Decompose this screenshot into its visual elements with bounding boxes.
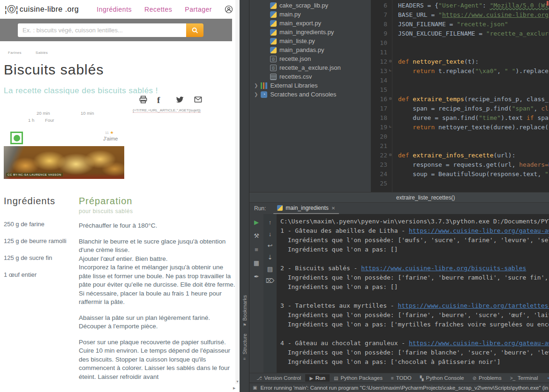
toolwindow-button-run[interactable]: ▶Run bbox=[305, 374, 330, 382]
tree-file-cake_scrap_lib.py[interactable]: cake_scrap_lib.py bbox=[249, 1, 371, 10]
gutter-line-number[interactable]: 18 bbox=[371, 113, 387, 123]
code-line[interactable] bbox=[398, 76, 549, 85]
scroll-down-icon[interactable]: ▼ bbox=[235, 380, 240, 383]
stop-icon[interactable]: ■ bbox=[252, 245, 261, 253]
code-line[interactable]: soup = BeautifulSoup(response.text, "htm… bbox=[398, 170, 549, 179]
code-line[interactable] bbox=[398, 141, 549, 151]
fold-collapse-icon[interactable]: ⊟ bbox=[389, 153, 391, 157]
close-icon[interactable]: ✕ bbox=[331, 206, 335, 211]
tree-file-main_liste.py[interactable]: main_liste.py bbox=[249, 37, 371, 45]
code-line[interactable]: HEADERS = {"User-Agent": "Mozilla/5.0 (W… bbox=[398, 1, 549, 10]
code-line[interactable] bbox=[398, 85, 549, 95]
gutter-line-number[interactable]: 14 bbox=[371, 76, 387, 85]
sidebar-item-structure[interactable]: Structure ≡ bbox=[240, 333, 249, 361]
email-icon[interactable] bbox=[194, 95, 203, 104]
code-line[interactable] bbox=[398, 179, 549, 188]
code-line[interactable] bbox=[398, 48, 549, 57]
tree-file-main_ingredients.py[interactable]: main_ingredients.py bbox=[249, 28, 371, 37]
pin-icon[interactable]: ✒ bbox=[252, 272, 261, 281]
toolwindow-button-s[interactable]: ◔S bbox=[542, 374, 549, 382]
nav-link-partager[interactable]: Partager bbox=[185, 6, 212, 13]
nav-link-ingrdients[interactable]: Ingrédients bbox=[97, 6, 132, 13]
code-line[interactable] bbox=[398, 132, 549, 141]
toolwindow-button-version-control[interactable]: ⎇Version Control bbox=[252, 374, 305, 382]
console-link[interactable]: https://www.cuisine-libre.org/tartelette… bbox=[398, 302, 549, 309]
tree-file-recette_a_exclure.json[interactable]: {}recette_a_exclure.json bbox=[249, 63, 371, 72]
toolwindow-button-python-packages[interactable]: ▤Python Packages bbox=[330, 374, 387, 382]
fold-end-icon[interactable]: ∟ bbox=[389, 69, 391, 73]
editor-code[interactable]: HEADERS = {"User-Agent": "Mozilla/5.0 (W… bbox=[392, 0, 549, 192]
settings-icon[interactable]: ⚒ bbox=[252, 231, 261, 240]
toolwindow-button-todo[interactable]: ≡TODO bbox=[387, 374, 416, 382]
gutter-line-number[interactable]: 23 bbox=[371, 160, 387, 170]
facebook-icon[interactable]: f bbox=[157, 95, 166, 104]
toolwindow-button-problems[interactable]: ⊘Problems bbox=[468, 374, 506, 382]
account-icon[interactable] bbox=[225, 5, 233, 14]
fold-end-icon[interactable]: ∟ bbox=[389, 125, 391, 129]
gutter-line-number[interactable]: 8 bbox=[371, 20, 387, 29]
fold-collapse-icon[interactable]: ⊟ bbox=[389, 97, 391, 101]
gutter-line-number[interactable]: 11 bbox=[371, 48, 387, 57]
gutter-line-number[interactable]: 25 bbox=[371, 179, 387, 188]
code-line[interactable]: span = recipe_infos_p.find("span", class… bbox=[398, 104, 549, 113]
softwrap-icon[interactable]: ↩ bbox=[266, 241, 274, 250]
editor-gutter[interactable]: 6789101112⊟13∟141516⊟171819∟202122⊟23242… bbox=[371, 0, 392, 192]
gutter-line-number[interactable]: 12⊟ bbox=[371, 57, 387, 67]
tree-file-recette.json[interactable]: {}recette.json bbox=[249, 54, 371, 63]
tree-file-recettes.csv[interactable]: recettes.csv bbox=[249, 72, 371, 81]
toolwindow-button-terminal[interactable]: >_Terminal bbox=[506, 374, 542, 382]
run-console[interactable]: C:\Users\maxim\.pyenv\pyenv-win\versions… bbox=[277, 214, 549, 373]
up-icon[interactable]: ↑ bbox=[266, 218, 274, 226]
tag-sablés[interactable]: Sablés bbox=[36, 51, 48, 55]
gutter-line-number[interactable]: 13∟ bbox=[371, 67, 387, 76]
site-logo[interactable]: ¦Ⓞ¦ cuisine-libre .org bbox=[5, 4, 79, 15]
gutter-line-number[interactable]: 7 bbox=[371, 10, 387, 20]
gutter-line-number[interactable]: 6 bbox=[371, 1, 387, 10]
layout-icon[interactable]: ▦ bbox=[252, 259, 261, 267]
tree-node-scratches-and-consoles[interactable]: ❯◔Scratches and Consoles bbox=[249, 90, 371, 99]
code-line[interactable]: def extraire_infos_recette(url): bbox=[398, 151, 549, 160]
gutter-line-number[interactable]: 9 bbox=[371, 29, 387, 38]
gutter-line-number[interactable]: 22⊟ bbox=[371, 151, 387, 160]
tree-file-main_pandas.py[interactable]: main_pandas.py bbox=[249, 45, 371, 54]
rerun-icon[interactable]: ▶ bbox=[252, 218, 261, 226]
event-log-icon[interactable]: ▣ bbox=[253, 385, 257, 390]
tree-file-main.py[interactable]: main.py bbox=[249, 10, 371, 19]
gutter-line-number[interactable]: 15 bbox=[371, 85, 387, 95]
gutter-line-number[interactable]: 10 bbox=[371, 38, 387, 48]
scroll-right-icon[interactable]: ▶ bbox=[233, 386, 240, 390]
gutter-line-number[interactable]: 16⊟ bbox=[371, 95, 387, 104]
vertical-scrollbar[interactable]: ▼ bbox=[235, 0, 240, 384]
search-input[interactable] bbox=[18, 23, 186, 37]
code-line[interactable]: response = requests.get(url, headers=HEA… bbox=[398, 160, 549, 170]
toolwindow-button-python-console[interactable]: ▚Python Console bbox=[416, 374, 468, 382]
sidebar-item-bookmarks[interactable]: Bookmarks ⚑ bbox=[240, 295, 249, 327]
console-link[interactable]: https://www.cuisine-libre.org/gateau-au-… bbox=[409, 340, 549, 347]
tag-farines[interactable]: Farines bbox=[8, 51, 22, 55]
code-line[interactable]: return nettoyer_texte(duree).replace("?"… bbox=[398, 123, 549, 132]
console-link[interactable]: https://www.cuisine-libre.org/gateau-au-… bbox=[409, 227, 549, 234]
clear-icon[interactable]: ⌦ bbox=[266, 276, 274, 285]
down-icon[interactable]: ↓ bbox=[266, 229, 274, 238]
gutter-line-number[interactable]: 20 bbox=[371, 132, 387, 141]
code-line[interactable]: BASE_URL = "https://www.cuisine-libre.or… bbox=[398, 10, 549, 20]
print-icon[interactable] bbox=[139, 95, 148, 104]
code-line[interactable] bbox=[398, 38, 549, 48]
share-template-text[interactable]: {=TITRE,=URL_ARTICLE,'',#GET{sujet}} bbox=[133, 108, 201, 113]
nav-link-recettes[interactable]: Recettes bbox=[144, 6, 172, 13]
scroll-end-icon[interactable]: ⇣ bbox=[266, 253, 274, 261]
code-line[interactable]: JSON_FILENAME = "recette.json" bbox=[398, 20, 549, 29]
gutter-line-number[interactable]: 17 bbox=[371, 104, 387, 113]
run-tab-main-ingredients[interactable]: main_ingredients ✕ bbox=[273, 203, 339, 214]
code-line[interactable]: return t.replace("\xa0", " ").replace("\… bbox=[398, 67, 549, 76]
code-line[interactable]: def extraire_temps(recipe_infos_p, class… bbox=[398, 95, 549, 104]
twitter-icon[interactable] bbox=[175, 95, 184, 104]
console-link[interactable]: https://www.cuisine-libre.org/biscuits-s… bbox=[361, 265, 526, 272]
tree-node-external-libraries[interactable]: ❯External Libraries bbox=[249, 81, 371, 90]
gutter-line-number[interactable]: 21 bbox=[371, 141, 387, 151]
fold-collapse-icon[interactable]: ⊟ bbox=[389, 59, 391, 63]
tree-file-main_export.py[interactable]: main_export.py bbox=[249, 19, 371, 28]
code-line[interactable]: JSON_EXLCUDE_FILENAME = "recette_a_exclu… bbox=[398, 29, 549, 38]
code-line[interactable]: def nettoyer_texte(t): bbox=[398, 57, 549, 67]
like-button[interactable]: J'aime bbox=[103, 136, 118, 141]
